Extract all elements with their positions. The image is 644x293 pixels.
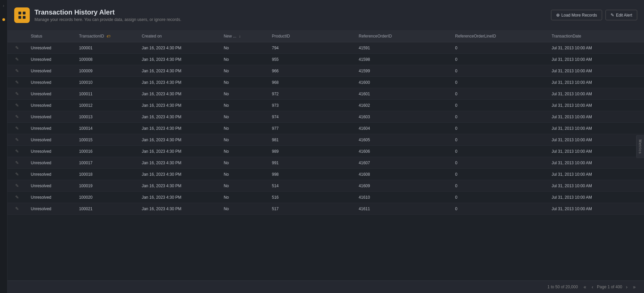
row-edit-icon[interactable]: ✎ bbox=[15, 80, 19, 85]
row-reference-order-line-id: 0 bbox=[451, 77, 547, 88]
row-edit-icon[interactable]: ✎ bbox=[15, 160, 19, 165]
row-product-id: 977 bbox=[268, 123, 355, 134]
row-new-flag: No bbox=[220, 192, 268, 203]
row-created-on: Jan 16, 2023 4:30 PM bbox=[138, 111, 220, 123]
pagination: « ‹ Page 1 of 400 › » bbox=[582, 284, 637, 290]
row-reference-order-id: 41599 bbox=[355, 65, 451, 77]
row-edit-icon[interactable]: ✎ bbox=[15, 68, 19, 73]
row-created-on: Jan 16, 2023 4:30 PM bbox=[138, 134, 220, 146]
svg-rect-1 bbox=[23, 11, 25, 14]
row-created-on: Jan 16, 2023 4:30 PM bbox=[138, 169, 220, 180]
row-edit-icon[interactable]: ✎ bbox=[15, 91, 19, 96]
table-row: ✎Unresolved100011Jan 16, 2023 4:30 PMNo9… bbox=[7, 88, 644, 100]
row-new-flag: No bbox=[220, 88, 268, 100]
app-icon bbox=[14, 7, 30, 23]
row-reference-order-line-id: 0 bbox=[451, 123, 547, 134]
row-transaction-date: Jul 31, 2013 10:00 AM bbox=[548, 157, 644, 169]
row-edit-icon[interactable]: ✎ bbox=[15, 126, 19, 131]
load-more-button[interactable]: ⊕ Load More Records bbox=[551, 10, 602, 20]
header-actions: ⊕ Load More Records ✎ Edit Alert bbox=[551, 10, 637, 20]
col-header-reference-order-id[interactable]: ReferenceOrderID bbox=[355, 30, 451, 42]
table-row: ✎Unresolved100020Jan 16, 2023 4:30 PMNo5… bbox=[7, 192, 644, 203]
row-transaction-id: 100016 bbox=[75, 146, 138, 157]
row-reference-order-id: 41600 bbox=[355, 77, 451, 88]
row-created-on: Jan 16, 2023 4:30 PM bbox=[138, 192, 220, 203]
row-product-id: 973 bbox=[268, 100, 355, 111]
row-edit-icon[interactable]: ✎ bbox=[15, 206, 19, 211]
col-header-reference-order-line-id[interactable]: ReferenceOrderLineID bbox=[451, 30, 547, 42]
row-edit-icon[interactable]: ✎ bbox=[15, 172, 19, 177]
row-status: Unresolved bbox=[27, 123, 75, 134]
edit-alert-button[interactable]: ✎ Edit Alert bbox=[605, 10, 637, 20]
grid-icon bbox=[17, 10, 27, 20]
table-row: ✎Unresolved100008Jan 16, 2023 4:30 PMNo9… bbox=[7, 54, 644, 65]
row-edit-icon[interactable]: ✎ bbox=[15, 57, 19, 62]
row-transaction-id: 100015 bbox=[75, 134, 138, 146]
row-reference-order-line-id: 0 bbox=[451, 203, 547, 215]
row-edit-icon[interactable]: ✎ bbox=[15, 137, 19, 142]
next-page-button[interactable]: › bbox=[624, 284, 629, 290]
row-created-on: Jan 16, 2023 4:30 PM bbox=[138, 146, 220, 157]
col-header-transaction-date[interactable]: TransactionDate bbox=[548, 30, 644, 42]
page-subtitle: Manage your records here. You can provid… bbox=[34, 17, 181, 22]
row-reference-order-line-id: 0 bbox=[451, 88, 547, 100]
table-header-row: Status TransactionID 🏷 Created on New ..… bbox=[7, 30, 644, 42]
row-transaction-id: 100012 bbox=[75, 100, 138, 111]
col-header-created-on[interactable]: Created on bbox=[138, 30, 220, 42]
row-transaction-date: Jul 31, 2013 10:00 AM bbox=[548, 169, 644, 180]
row-status: Unresolved bbox=[27, 180, 75, 192]
row-product-id: 981 bbox=[268, 134, 355, 146]
row-product-id: 972 bbox=[268, 88, 355, 100]
row-edit-icon[interactable]: ✎ bbox=[15, 45, 19, 50]
row-reference-order-id: 41610 bbox=[355, 192, 451, 203]
row-transaction-date: Jul 31, 2013 10:00 AM bbox=[548, 100, 644, 111]
col-header-status[interactable]: Status bbox=[27, 30, 75, 42]
row-new-flag: No bbox=[220, 123, 268, 134]
row-status: Unresolved bbox=[27, 65, 75, 77]
last-page-button[interactable]: » bbox=[631, 284, 637, 290]
row-transaction-id: 100019 bbox=[75, 180, 138, 192]
row-transaction-id: 100011 bbox=[75, 88, 138, 100]
row-reference-order-line-id: 0 bbox=[451, 180, 547, 192]
row-reference-order-line-id: 0 bbox=[451, 100, 547, 111]
row-reference-order-line-id: 0 bbox=[451, 192, 547, 203]
col-header-new-flag[interactable]: New ... ↓ bbox=[220, 30, 268, 42]
row-transaction-date: Jul 31, 2013 10:00 AM bbox=[548, 146, 644, 157]
record-range: 1 to 50 of 20,000 bbox=[547, 285, 578, 289]
table-row: ✎Unresolved100016Jan 16, 2023 4:30 PMNo9… bbox=[7, 146, 644, 157]
row-transaction-date: Jul 31, 2013 10:00 AM bbox=[548, 65, 644, 77]
metrics-tab[interactable]: Metrics bbox=[636, 135, 644, 158]
row-new-flag: No bbox=[220, 146, 268, 157]
row-status: Unresolved bbox=[27, 146, 75, 157]
prev-page-button[interactable]: ‹ bbox=[590, 284, 595, 290]
row-edit-icon[interactable]: ✎ bbox=[15, 103, 19, 108]
row-product-id: 966 bbox=[268, 65, 355, 77]
row-reference-order-line-id: 0 bbox=[451, 54, 547, 65]
sidebar-collapse-arrow[interactable]: › bbox=[3, 3, 4, 8]
first-page-button[interactable]: « bbox=[582, 284, 588, 290]
row-product-id: 514 bbox=[268, 180, 355, 192]
table-body: ✎Unresolved100001Jan 16, 2023 4:30 PMNo7… bbox=[7, 42, 644, 215]
plus-icon: ⊕ bbox=[556, 13, 560, 18]
row-product-id: 998 bbox=[268, 169, 355, 180]
row-status: Unresolved bbox=[27, 157, 75, 169]
page-info: Page 1 of 400 bbox=[597, 285, 622, 289]
row-edit-icon[interactable]: ✎ bbox=[15, 183, 19, 188]
row-status: Unresolved bbox=[27, 77, 75, 88]
row-reference-order-id: 41603 bbox=[355, 111, 451, 123]
row-transaction-date: Jul 31, 2013 10:00 AM bbox=[548, 192, 644, 203]
tag-icon: 🏷 bbox=[106, 34, 110, 38]
row-reference-order-id: 41601 bbox=[355, 88, 451, 100]
col-header-transaction-id[interactable]: TransactionID 🏷 bbox=[75, 30, 138, 42]
row-product-id: 991 bbox=[268, 157, 355, 169]
row-reference-order-line-id: 0 bbox=[451, 65, 547, 77]
row-reference-order-id: 41609 bbox=[355, 180, 451, 192]
row-status: Unresolved bbox=[27, 111, 75, 123]
row-edit-icon[interactable]: ✎ bbox=[15, 114, 19, 119]
row-edit-icon[interactable]: ✎ bbox=[15, 149, 19, 154]
row-reference-order-id: 41604 bbox=[355, 123, 451, 134]
col-header-product-id[interactable]: ProductID bbox=[268, 30, 355, 42]
row-status: Unresolved bbox=[27, 203, 75, 215]
row-edit-icon[interactable]: ✎ bbox=[15, 195, 19, 200]
row-transaction-id: 100021 bbox=[75, 203, 138, 215]
